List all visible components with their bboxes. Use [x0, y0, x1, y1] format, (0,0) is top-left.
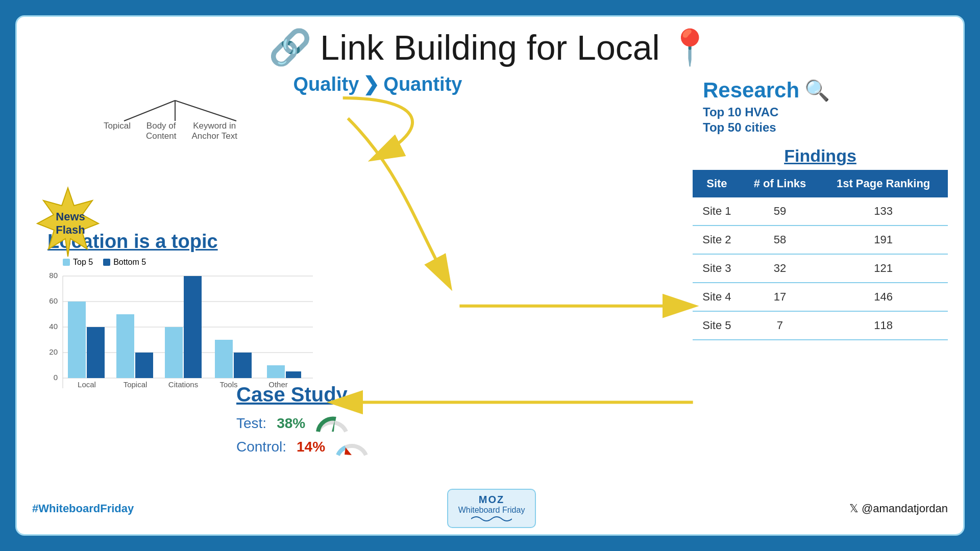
title-row: 🔗 Link Building for Local 📍 — [32, 27, 948, 68]
svg-text:Tools: Tools — [219, 380, 237, 389]
research-line1: Top 10 HVAC — [703, 105, 938, 119]
cell-site: Site 3 — [693, 254, 741, 283]
control-label: Control: — [236, 439, 286, 455]
cell-links: 59 — [741, 197, 819, 226]
tree-label-keyword: Keyword inAnchor Text — [191, 121, 237, 141]
table-row: Site 57118 — [693, 311, 948, 340]
moz-title: MOZ — [479, 494, 504, 506]
moz-badge: MOZ Whiteboard Friday — [447, 489, 536, 528]
research-title: Research 🔍 — [703, 78, 938, 103]
moz-wave — [471, 515, 512, 523]
cell-links: 58 — [741, 226, 819, 254]
svg-marker-31 — [345, 447, 352, 455]
legend-dot-bottom5 — [103, 259, 110, 266]
legend-label-top5: Top 5 — [73, 258, 93, 267]
table-header-row: Site # of Links 1st Page Ranking — [693, 170, 948, 197]
legend-bottom5: Bottom 5 — [103, 258, 146, 267]
svg-rect-27 — [267, 365, 285, 378]
svg-text:Local: Local — [78, 380, 96, 389]
left-section: Quality ❯ Quantity Topical Body ofConten… — [32, 73, 682, 522]
legend-label-bottom5: Bottom 5 — [113, 258, 146, 267]
main-title: 🔗 Link Building for Local 📍 — [268, 27, 711, 68]
legend-dot-top5 — [63, 259, 70, 266]
table-row: Site 417146 — [693, 283, 948, 311]
chart-legend: Top 5 Bottom 5 — [63, 258, 323, 267]
case-study-test: Test: 38% — [236, 414, 369, 433]
cell-site: Site 1 — [693, 197, 741, 226]
tree-label-topical: Topical — [104, 121, 131, 141]
test-label: Test: — [236, 415, 266, 432]
svg-line-2 — [175, 101, 236, 121]
chevron-icon: ❯ — [363, 73, 379, 95]
findings-section: Findings Site # of Links 1st Page Rankin… — [693, 146, 948, 522]
title-text: Link Building for Local — [320, 28, 659, 67]
svg-text:80: 80 — [49, 271, 58, 280]
svg-rect-24 — [215, 340, 233, 378]
cell-ranking: 191 — [819, 226, 948, 254]
svg-text:0: 0 — [54, 373, 58, 382]
test-value: 38% — [277, 415, 305, 432]
tree-label-body: Body ofContent — [146, 121, 177, 141]
svg-line-0 — [124, 101, 175, 121]
svg-rect-25 — [234, 353, 252, 378]
svg-text:60: 60 — [49, 296, 58, 305]
svg-rect-28 — [286, 371, 301, 378]
legend-top5: Top 5 — [63, 258, 93, 267]
hashtag-text: #WhiteboardFriday — [32, 502, 134, 515]
cell-links: 7 — [741, 311, 819, 340]
svg-text:40: 40 — [49, 322, 58, 331]
col-site: Site — [693, 170, 741, 197]
news-flash: News Flash — [32, 185, 109, 262]
gauge-red — [335, 437, 369, 457]
link-icon: 🔗 — [268, 27, 312, 68]
research-line2: Top 50 cities — [703, 120, 938, 135]
footer: #WhiteboardFriday MOZ Whiteboard Friday … — [32, 489, 948, 528]
research-title-text: Research — [703, 78, 799, 103]
table-row: Site 159133 — [693, 197, 948, 226]
cell-site: Site 4 — [693, 283, 741, 311]
svg-text:Topical: Topical — [124, 380, 148, 389]
tree-diagram: Topical Body ofContent Keyword inAnchor … — [73, 98, 682, 139]
cell-ranking: 121 — [819, 254, 948, 283]
cell-site: Site 2 — [693, 226, 741, 254]
col-links: # of Links — [741, 170, 819, 197]
svg-text:Citations: Citations — [168, 380, 198, 389]
news-flash-text: News Flash — [56, 210, 85, 237]
cell-ranking: 146 — [819, 283, 948, 311]
search-icon: 🔍 — [804, 79, 830, 103]
location-heading: Location is a topic — [47, 231, 682, 253]
tree-labels: Topical Body ofContent Keyword inAnchor … — [104, 121, 237, 141]
cell-site: Site 5 — [693, 311, 741, 340]
quality-label: Quality — [293, 73, 359, 95]
svg-rect-18 — [116, 314, 134, 378]
table-row: Site 332121 — [693, 254, 948, 283]
cell-links: 17 — [741, 283, 819, 311]
col-ranking: 1st Page Ranking — [819, 170, 948, 197]
case-study-section: Case Study Test: 38% Control: 14% — [236, 383, 369, 461]
content-area: Quality ❯ Quantity Topical Body ofConten… — [32, 73, 948, 522]
research-box: Research 🔍 Top 10 HVAC Top 50 cities — [693, 73, 948, 141]
findings-title: Findings — [693, 146, 948, 166]
gauge-green — [315, 414, 349, 433]
svg-rect-15 — [68, 302, 86, 378]
svg-rect-16 — [87, 327, 105, 378]
cell-ranking: 118 — [819, 311, 948, 340]
cell-ranking: 133 — [819, 197, 948, 226]
case-study-title: Case Study — [236, 383, 369, 406]
control-value: 14% — [297, 439, 325, 455]
quantity-label: Quantity — [383, 73, 462, 95]
cell-links: 32 — [741, 254, 819, 283]
pin-icon: 📍 — [668, 27, 712, 68]
moz-subtitle: Whiteboard Friday — [458, 506, 525, 515]
table-row: Site 258191 — [693, 226, 948, 254]
main-card: 🔗 Link Building for Local 📍 Quality ❯ Qu… — [15, 15, 965, 536]
case-study-control: Control: 14% — [236, 437, 369, 457]
svg-rect-21 — [165, 327, 183, 378]
findings-table: Site # of Links 1st Page Ranking Site 15… — [693, 170, 948, 340]
right-section: Research 🔍 Top 10 HVAC Top 50 cities Fin… — [693, 73, 948, 522]
svg-text:20: 20 — [49, 347, 58, 356]
quality-quantity-row: Quality ❯ Quantity — [73, 73, 682, 95]
twitter-handle: 𝕏 @amandatjordan — [849, 502, 948, 515]
svg-rect-22 — [184, 276, 202, 378]
svg-rect-19 — [135, 353, 153, 378]
